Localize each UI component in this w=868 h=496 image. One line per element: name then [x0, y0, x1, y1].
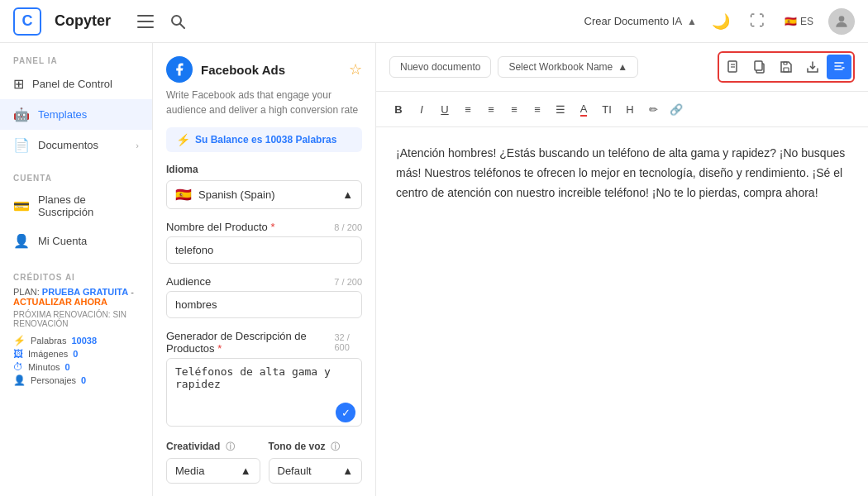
document-action-toolbar: [718, 51, 855, 83]
lang-left: 🇪🇸 Spanish (Spain): [175, 187, 275, 203]
generador-textarea[interactable]: Teléfonos de alta gama y rapidez: [166, 358, 362, 427]
sidebar-item-label: Templates: [38, 108, 87, 121]
middle-panel: Facebook Ads ☆ Write Facebook ads that e…: [153, 43, 376, 496]
bottom-fields: Creatividad ⓘ Media ▲ Tono de voz ⓘ Defa…: [166, 441, 362, 495]
svg-rect-12: [784, 62, 787, 64]
templates-icon: 🤖: [13, 107, 30, 122]
language-selector[interactable]: 🇪🇸 ES: [780, 14, 818, 29]
audience-input[interactable]: [166, 291, 362, 318]
tono-field: Tono de voz ⓘ Default ▲: [269, 441, 363, 484]
generador-label-row: Generador de Descripción de Productos * …: [166, 330, 362, 355]
right-panel: Nuevo documento Select Workbook Name ▲: [376, 43, 868, 496]
personajes-icon: 👤: [13, 374, 26, 386]
chevron-right-icon: ›: [136, 141, 139, 150]
personajes-label: Personajes: [31, 375, 76, 385]
palabras-row: ⚡ Palabras 10038: [13, 335, 139, 346]
main-layout: PANEL IA ⊞ Panel de Control 🤖 Templates …: [0, 43, 868, 496]
search-button[interactable]: [167, 11, 188, 32]
sidebar-item-label: Panel de Control: [32, 78, 112, 90]
right-toolbar: Nuevo documento Select Workbook Name ▲: [376, 43, 868, 92]
audience-label-row: Audience 7 / 200: [166, 275, 362, 288]
imagenes-label: Imágenes: [28, 349, 68, 359]
creatividad-chevron-icon: ▲: [241, 465, 251, 477]
template-header: Facebook Ads ☆: [166, 56, 362, 83]
italic-button[interactable]: I: [411, 98, 432, 120]
export-doc-button[interactable]: [800, 55, 825, 79]
dark-mode-button[interactable]: 🌙: [707, 9, 735, 34]
balance-banner: ⚡ Su Balance es 10038 Palabras: [166, 127, 362, 152]
favorite-star-icon[interactable]: ☆: [349, 60, 362, 79]
new-doc-button[interactable]: [721, 55, 746, 79]
sidebar-item-label: Documentos: [38, 139, 98, 151]
tono-info-icon: ⓘ: [331, 441, 340, 451]
underline-button[interactable]: U: [434, 98, 455, 120]
nombre-label-row: Nombre del Producto * 8 / 200: [166, 221, 362, 233]
heading-button[interactable]: H: [619, 98, 641, 120]
justify-button[interactable]: ≡: [527, 98, 548, 120]
tono-chevron-icon: ▲: [342, 465, 353, 477]
lightning-icon: ⚡: [176, 133, 190, 146]
font-color-button[interactable]: A: [573, 98, 594, 120]
user-avatar[interactable]: [828, 8, 855, 35]
credits-section: CRÉDITOS AI PLAN: PRUEBA GRATUITA - ACTU…: [0, 263, 152, 398]
svg-rect-10: [755, 61, 762, 70]
creditos-label: CRÉDITOS AI: [13, 273, 139, 287]
generador-required: *: [215, 342, 222, 355]
language-dropdown[interactable]: 🇪🇸 Spanish (Spain) ▲: [166, 180, 362, 209]
text-size-button[interactable]: TI: [596, 98, 618, 120]
bold-button[interactable]: B: [388, 98, 409, 120]
template-title: Facebook Ads: [201, 63, 285, 77]
creatividad-info-icon: ⓘ: [226, 441, 235, 451]
minutos-row: ⏱ Minutos 0: [13, 361, 139, 373]
audience-char-count: 7 / 200: [334, 277, 362, 287]
sidebar-item-mi-cuenta[interactable]: 👤 Mi Cuenta: [0, 226, 152, 256]
brush-button[interactable]: ✏: [642, 98, 664, 120]
plan-separator: -: [131, 287, 134, 297]
facebook-icon: [166, 56, 193, 83]
idioma-label: Idioma: [166, 164, 362, 175]
sidebar-item-documentos[interactable]: 📄 Documentos ›: [0, 130, 152, 160]
align-center-button[interactable]: ≡: [480, 98, 502, 120]
sidebar-item-label: Planes de Suscripción: [38, 193, 139, 218]
creatividad-value: Media: [175, 465, 204, 477]
imagenes-row: 🖼 Imágenes 0: [13, 348, 139, 360]
workbook-select-button[interactable]: Select Workbook Name ▲: [498, 56, 638, 78]
creatividad-select[interactable]: Media ▲: [166, 458, 260, 484]
minutos-label: Minutos: [28, 362, 60, 372]
chevron-up-icon: ▲: [342, 188, 353, 201]
plan-update-link[interactable]: ACTUALIZAR AHORA: [13, 297, 107, 307]
plan-prefix: PLAN:: [13, 287, 40, 297]
palabras-value: 10038: [71, 336, 97, 346]
planes-icon: 💳: [13, 198, 30, 214]
svg-rect-1: [137, 21, 154, 22]
lang-code: ES: [800, 16, 813, 27]
sidebar-item-planes[interactable]: 💳 Planes de Suscripción: [0, 186, 152, 226]
minutos-value: 0: [65, 362, 70, 372]
documentos-icon: 📄: [13, 137, 30, 153]
editor-area[interactable]: ¡Atención hombres! ¿Estás buscando un te…: [376, 127, 868, 496]
document-name-button[interactable]: Nuevo documento: [389, 56, 491, 78]
save-doc-button[interactable]: [774, 55, 799, 79]
generador-textarea-wrap: Teléfonos de alta gama y rapidez ✓: [166, 358, 362, 429]
sidebar-item-panel-control[interactable]: ⊞ Panel de Control: [0, 69, 152, 99]
personajes-value: 0: [81, 375, 86, 385]
copy-doc-button[interactable]: [747, 55, 772, 79]
template-description: Write Facebook ads that engage your audi…: [166, 88, 362, 117]
fullscreen-button[interactable]: ⛶: [745, 9, 770, 33]
align-right-button[interactable]: ≡: [503, 98, 525, 120]
workbook-label: Select Workbook Name: [508, 61, 613, 73]
sidebar-item-templates[interactable]: 🤖 Templates: [0, 99, 152, 130]
flag-icon: 🇪🇸: [785, 16, 797, 27]
tono-select[interactable]: Default ▲: [269, 458, 363, 484]
nombre-field: Nombre del Producto * 8 / 200: [166, 221, 362, 264]
link-button[interactable]: 🔗: [665, 98, 687, 120]
format-doc-button[interactable]: [827, 55, 851, 79]
svg-point-5: [839, 16, 845, 21]
sidebar-item-label: Mi Cuenta: [38, 235, 87, 247]
svg-rect-0: [137, 15, 154, 17]
menu-toggle-button[interactable]: [134, 12, 157, 31]
logo-name: Copyter: [55, 12, 111, 30]
list-button[interactable]: ☰: [550, 98, 571, 120]
nombre-input[interactable]: [166, 236, 362, 264]
align-left-button[interactable]: ≡: [457, 98, 479, 120]
